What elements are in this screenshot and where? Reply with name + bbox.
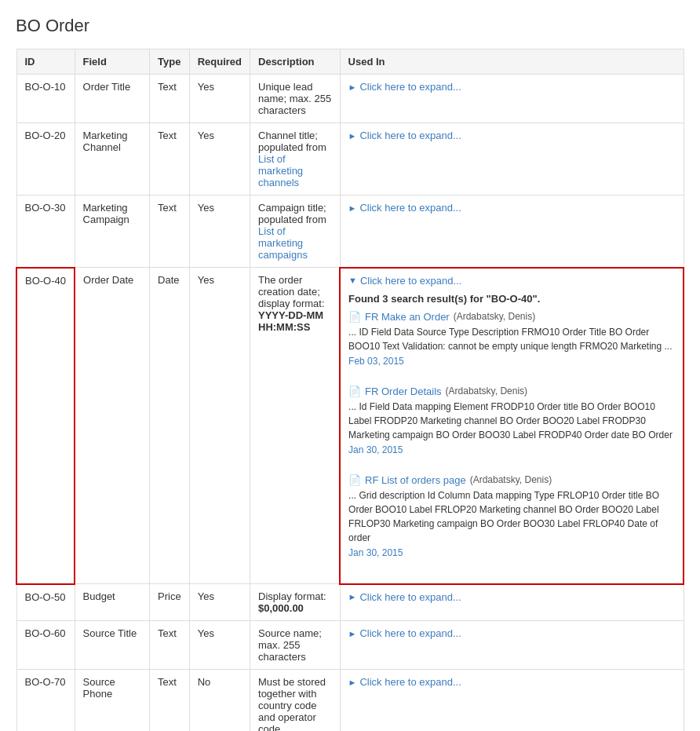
expand-link[interactable]: ► Click here to expand... [348,627,676,639]
search-result-snippet: ... ID Field Data Source Type Descriptio… [348,325,675,353]
search-result-snippet: ... Grid description Id Column Data mapp… [348,488,675,545]
search-result-date: Jan 30, 2015 [348,547,675,558]
bo-order-table: ID Field Type Required Description Used … [16,49,684,731]
required-cell: Yes [189,196,250,268]
field-cell: Order Date [75,268,150,584]
marketing-channels-link[interactable]: List of marketing channels [258,153,303,188]
type-cell: Text [150,75,190,123]
table-row: BO-O-60Source TitleTextYesSource name; m… [16,621,684,670]
id-cell: BO-O-30 [16,196,75,268]
id-cell: BO-O-70 [16,670,75,732]
required-cell: Yes [189,621,250,670]
table-row: BO-O-30Marketing CampaignTextYesCampaign… [16,196,684,268]
field-cell: Marketing Campaign [75,196,150,268]
page-title: BO Order [16,16,684,36]
expand-arrow-icon: ► [348,629,357,638]
table-row: BO-O-10Order TitleTextYesUnique lead nam… [16,75,684,123]
expand-link-text: Click here to expand... [359,676,461,688]
result-author: (Ardabatsky, Denis) [454,311,535,322]
used-in-cell: ► Click here to expand... [340,621,684,670]
id-cell: BO-O-20 [16,123,75,196]
col-header-id: ID [16,49,75,75]
search-result-title-link[interactable]: 📄 RF List of orders page (Ardabatsky, De… [348,474,675,486]
required-cell: Yes [189,75,250,123]
expand-link-text: Click here to expand... [359,202,461,214]
table-row: BO-O-70Source PhoneTextNoMust be stored … [16,670,684,732]
expand-link-text: Click here to expand... [359,627,461,639]
expand-link[interactable]: ► Click here to expand... [348,130,676,141]
type-cell: Text [150,670,190,732]
expand-arrow-icon: ► [348,82,357,92]
search-result-date: Feb 03, 2015 [348,356,675,367]
expand-link[interactable]: ► Click here to expand... [348,591,676,603]
field-cell: Marketing Channel [75,123,150,196]
col-header-field: Field [75,49,150,75]
result-title: RF List of orders page [365,474,466,486]
search-result-title-link[interactable]: 📄 FR Order Details (Ardabatsky, Denis) [348,386,675,397]
type-cell: Price [150,584,190,621]
expand-link[interactable]: ► Click here to expand... [348,81,676,93]
field-cell: Order Title [75,75,150,123]
search-result-snippet: ... Id Field Data mapping Element FRODP1… [348,400,675,442]
document-icon: 📄 [348,311,361,323]
used-in-cell: ► Click here to expand... [340,123,684,196]
expand-arrow-icon: ► [348,678,357,687]
field-cell: Source Phone [75,670,150,732]
expand-link[interactable]: ► Click here to expand... [348,676,676,688]
result-author: (Ardabatsky, Denis) [446,386,527,397]
required-cell: Yes [189,268,250,584]
table-row: BO-O-50BudgetPriceYesDisplay format: $0,… [16,584,684,621]
description-cell: Campaign title; populated from List of m… [250,196,341,268]
collapse-arrow-icon: ▼ [348,276,357,285]
used-in-cell: ► Click here to expand... [340,75,684,123]
description-cell: Channel title; populated from List of ma… [250,123,341,196]
expand-link-text: Click here to expand... [359,130,461,141]
description-cell: Display format: $0,000.00 [250,584,341,621]
result-author: (Ardabatsky, Denis) [470,474,552,485]
used-in-cell: ► Click here to expand... [340,584,684,621]
col-header-used-in: Used In [340,49,684,75]
field-cell: Budget [75,584,150,621]
expand-collapse-link[interactable]: ▼ Click here to expand... [348,275,675,287]
marketing-campaigns-link[interactable]: List of marketing campaigns [258,225,308,261]
expand-link-text: Click here to expand... [359,81,461,93]
required-cell: No [189,670,250,732]
description-cell: Unique lead name; max. 255 characters [250,75,341,123]
search-result-item: 📄 RF List of orders page (Ardabatsky, De… [348,474,675,568]
document-icon: 📄 [348,386,361,397]
used-in-cell: ► Click here to expand... [340,670,684,732]
field-cell: Source Title [75,621,150,670]
search-results: Found 3 search result(s) for "BO-O-40".📄… [348,293,675,568]
table-row: BO-O-40Order DateDateYesThe order creati… [16,268,684,584]
search-result-date: Jan 30, 2015 [348,444,675,455]
type-cell: Text [150,621,190,670]
expand-link[interactable]: ► Click here to expand... [348,202,676,214]
type-cell: Text [150,196,190,268]
expand-arrow-icon: ► [348,131,357,141]
table-header-row: ID Field Type Required Description Used … [16,49,684,75]
used-in-cell: ► Click here to expand... [340,196,684,268]
expand-arrow-icon: ► [348,592,357,601]
result-title: FR Order Details [365,386,442,397]
description-cell: The order creation date; display format:… [250,268,341,584]
type-cell: Text [150,123,190,196]
search-result-title-link[interactable]: 📄 FR Make an Order (Ardabatsky, Denis) [348,311,675,323]
type-cell: Date [150,268,190,584]
table-row: BO-O-20Marketing ChannelTextYesChannel t… [16,123,684,196]
required-cell: Yes [189,584,250,621]
required-cell: Yes [189,123,250,196]
search-result-item: 📄 FR Order Details (Ardabatsky, Denis)..… [348,386,675,465]
id-cell: BO-O-40 [16,268,75,584]
col-header-required: Required [189,49,250,75]
document-icon: 📄 [348,474,361,486]
col-header-description: Description [250,49,341,75]
id-cell: BO-O-50 [16,584,75,621]
description-cell: Source name; max. 255 characters [250,621,341,670]
result-title: FR Make an Order [365,311,450,323]
id-cell: BO-O-10 [16,75,75,123]
col-header-type: Type [150,49,190,75]
used-in-cell: ▼ Click here to expand...Found 3 search … [340,268,684,584]
search-results-header: Found 3 search result(s) for "BO-O-40". [348,293,675,305]
description-cell: Must be stored together with country cod… [250,670,341,732]
search-result-item: 📄 FR Make an Order (Ardabatsky, Denis)..… [348,311,675,376]
